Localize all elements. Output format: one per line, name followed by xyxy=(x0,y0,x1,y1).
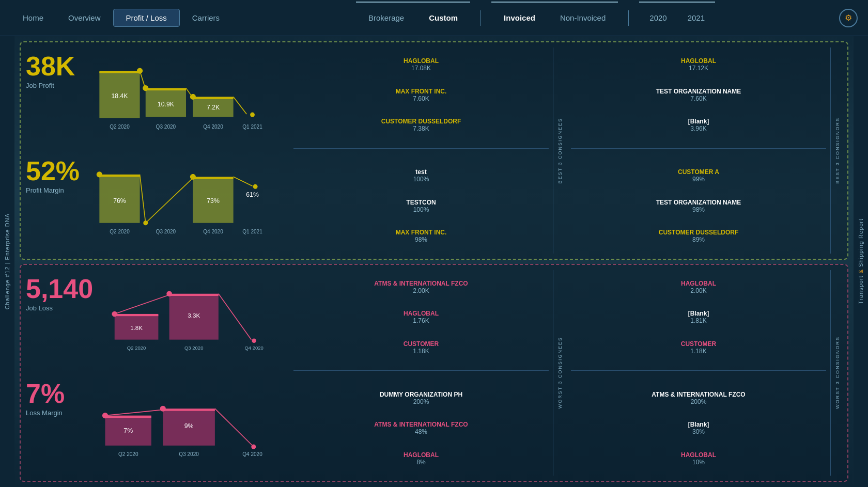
best-consignors-label: Best 3 Consignors xyxy=(835,117,840,184)
job-profit-kpi: 38K Job Profit xyxy=(26,48,83,148)
loss-margin-label: Loss Margin xyxy=(26,409,83,417)
svg-point-50 xyxy=(252,338,256,342)
left-label-text: Challenge #12 | Enterprise DNA xyxy=(4,213,10,309)
profit-right-panels: HAGLOBAL 17.08K MAX FRONT INC. 7.60K CUS… xyxy=(289,48,842,254)
wcr-entry-1: HAGLOBAL 2.00K xyxy=(571,280,826,294)
loss-section: 5,140 Job Loss 1.8K Q2 2020 xyxy=(20,264,848,482)
svg-point-31 xyxy=(190,174,196,180)
job-loss-svg: 1.8K Q2 2020 3.3K Q3 2020 xyxy=(98,270,284,371)
wc-entry-2: HAGLOBAL 1.76K xyxy=(293,310,549,324)
loss-margin-value: 7% xyxy=(26,380,83,407)
bcr4-name: CUSTOMER A xyxy=(571,168,826,176)
job-profit-value: 38K xyxy=(26,53,83,80)
nav-separator-2 xyxy=(628,10,629,26)
filter-custom[interactable]: Custom xyxy=(416,9,470,26)
bcr2-name: TEST ORGANIZATION NAME xyxy=(571,88,826,95)
main-wrapper: Home Overview Profit / Loss Carriers Bro… xyxy=(0,0,868,487)
profit-margin-kpi: 52% Profit Margin xyxy=(26,152,83,253)
bc-entry-6: MAX FRONT INC. 98% xyxy=(293,229,549,243)
profit-margin-chart: 76% Q2 2020 Q3 2020 73% xyxy=(88,152,284,253)
bc-entry-3: CUSTOMER DUSSELDORF 7.38K xyxy=(293,118,549,132)
svg-rect-59 xyxy=(163,409,215,411)
wc-entry-6: HAGLOBAL 8% xyxy=(293,451,549,466)
loss-right-panels: ATMS & INTERNATIONAL FZCO 2.00K HAGLOBAL… xyxy=(289,270,842,476)
svg-line-34 xyxy=(234,177,253,186)
bcr5-value: 98% xyxy=(571,206,826,213)
bc-margin-divider xyxy=(293,148,549,153)
nav-left: Home Overview Profit / Loss Carriers xyxy=(10,9,232,27)
nav-carriers[interactable]: Carriers xyxy=(180,9,232,26)
loss-margin-chart: 7% Q2 2020 9% Q3 2020 xyxy=(88,375,284,476)
bc3-value: 7.38K xyxy=(293,125,549,132)
svg-text:Q4 2020: Q4 2020 xyxy=(242,451,262,457)
year-2020[interactable]: 2020 xyxy=(639,9,677,26)
wc4-name: DUMMY ORGANIZATION PH xyxy=(293,391,549,398)
nav-overview[interactable]: Overview xyxy=(56,9,113,26)
right-label: Transport & Shipping Report xyxy=(854,36,868,487)
svg-text:7.2K: 7.2K xyxy=(207,104,220,111)
worst-consignees-values: ATMS & INTERNATIONAL FZCO 2.00K HAGLOBAL… xyxy=(289,270,553,476)
svg-text:Q4 2020: Q4 2020 xyxy=(245,344,264,350)
profit-margin-label: Profit Margin xyxy=(26,186,83,194)
svg-text:9%: 9% xyxy=(184,422,194,430)
wc-margin-divider xyxy=(293,370,549,375)
year-2021[interactable]: 2021 xyxy=(677,9,715,26)
svg-line-25 xyxy=(140,175,146,223)
svg-text:Q3 2020: Q3 2020 xyxy=(179,451,199,457)
bcr-margin-divider xyxy=(571,148,826,153)
svg-point-35 xyxy=(253,184,258,189)
wc1-name: ATMS & INTERNATIONAL FZCO xyxy=(293,280,549,287)
wc2-value: 1.76K xyxy=(293,317,549,324)
svg-rect-1 xyxy=(99,71,140,73)
svg-rect-30 xyxy=(193,177,233,179)
svg-point-40 xyxy=(112,311,118,317)
nav-year-group: 2020 2021 xyxy=(639,9,715,26)
nav-profit-loss[interactable]: Profit / Loss xyxy=(113,9,180,27)
bc6-name: MAX FRONT INC. xyxy=(293,229,549,236)
wcr4-name: ATMS & INTERNATIONAL FZCO xyxy=(571,391,826,398)
best-consignees-label-col: Best 3 Consignees xyxy=(555,48,565,254)
filter-invoiced[interactable]: Invoiced xyxy=(491,9,548,26)
bcr3-name: [Blank] xyxy=(571,118,826,125)
svg-text:73%: 73% xyxy=(207,197,220,205)
nav-invoice-group: Invoiced Non-Invoiced xyxy=(491,9,618,26)
job-loss-label: Job Loss xyxy=(26,304,93,312)
svg-point-14 xyxy=(190,94,196,100)
svg-line-63 xyxy=(215,409,253,446)
svg-text:61%: 61% xyxy=(246,192,259,199)
wcr-entry-5: [Blank] 30% xyxy=(571,421,826,435)
wcr-margin-divider xyxy=(571,370,826,375)
bc5-name: TESTCON xyxy=(293,199,549,206)
wcr3-value: 1.18K xyxy=(571,348,826,355)
svg-point-8 xyxy=(143,85,148,91)
svg-line-49 xyxy=(219,293,252,339)
svg-text:76%: 76% xyxy=(113,197,126,205)
svg-point-22 xyxy=(97,172,102,178)
profit-margin-svg: 76% Q2 2020 Q3 2020 73% xyxy=(88,152,284,253)
filter-non-invoiced[interactable]: Non-Invoiced xyxy=(548,9,618,26)
bcr5-name: TEST ORGANIZATION NAME xyxy=(571,199,826,206)
wc5-name: ATMS & INTERNATIONAL FZCO xyxy=(293,421,549,428)
svg-line-17 xyxy=(234,97,247,114)
svg-rect-39 xyxy=(115,313,159,316)
nav-home[interactable]: Home xyxy=(10,9,56,26)
svg-point-18 xyxy=(250,113,255,117)
svg-text:10.9K: 10.9K xyxy=(158,101,175,108)
svg-line-57 xyxy=(105,410,163,415)
bcr1-value: 17.12K xyxy=(571,65,826,72)
profit-margin-value: 52% xyxy=(26,158,83,184)
settings-icon[interactable]: ⚙ xyxy=(839,9,858,27)
nav-center: Brokerage Custom Invoiced Non-Invoiced 2… xyxy=(232,9,839,26)
bc5-value: 100% xyxy=(293,206,549,213)
best-consignees-label: Best 3 Consignees xyxy=(557,118,563,183)
svg-text:Q2 2020: Q2 2020 xyxy=(110,124,130,130)
bcr-entry-5: TEST ORGANIZATION NAME 98% xyxy=(571,199,826,213)
filter-brokerage[interactable]: Brokerage xyxy=(356,9,416,26)
wc3-name: CUSTOMER xyxy=(293,340,549,348)
profit-charts: 38K Job Profit 18.4K Q2 2020 xyxy=(26,48,284,254)
bcr4-value: 99% xyxy=(571,176,826,183)
bc-entry-5: TESTCON 100% xyxy=(293,199,549,213)
job-loss-chart: 1.8K Q2 2020 3.3K Q3 2020 xyxy=(98,270,284,371)
bcr2-value: 7.60K xyxy=(571,95,826,102)
wcr5-name: [Blank] xyxy=(571,421,826,428)
